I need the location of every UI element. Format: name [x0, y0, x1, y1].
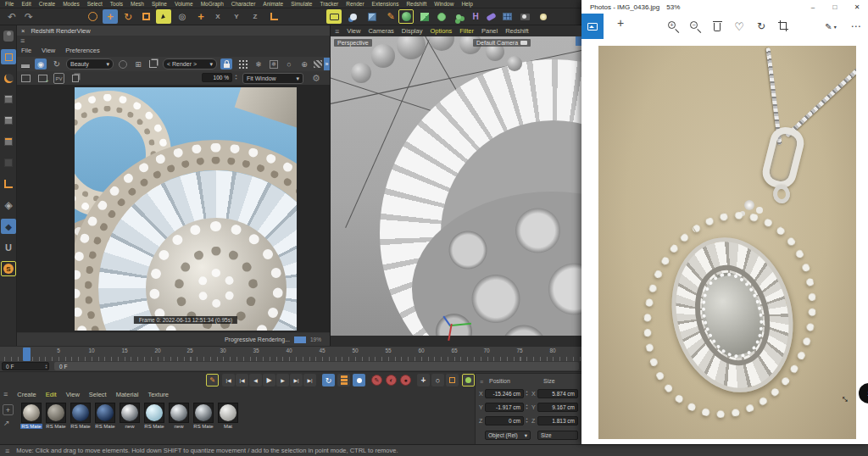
- size-z-field[interactable]: 1.813 cm: [537, 416, 578, 425]
- goto-end-icon[interactable]: ▶|: [303, 374, 316, 386]
- menubar-item[interactable]: Tracker: [320, 1, 338, 7]
- menubar-item[interactable]: Mesh: [131, 1, 144, 7]
- pen-tool-icon[interactable]: [483, 9, 498, 24]
- photos-library-icon[interactable]: [581, 14, 604, 39]
- prev-frame-icon[interactable]: ◀: [249, 374, 262, 386]
- next-key-icon[interactable]: ▶|: [290, 374, 303, 386]
- cloner-icon[interactable]: [451, 9, 466, 24]
- hamburger-icon[interactable]: ≡: [3, 390, 8, 398]
- rotate-tool-icon[interactable]: ↻: [120, 9, 136, 24]
- next-frame-icon[interactable]: ▶: [276, 374, 289, 386]
- texture-mode-icon[interactable]: [1, 70, 16, 86]
- menubar-item[interactable]: Edit: [21, 1, 31, 7]
- viewport-menu-item[interactable]: Cameras: [368, 27, 393, 35]
- material-item[interactable]: new: [168, 403, 190, 429]
- grid-icon[interactable]: ⊞: [132, 58, 144, 70]
- current-frame-field[interactable]: 0 F: [2, 362, 49, 370]
- render-settings-icon[interactable]: [364, 9, 380, 24]
- menubar-item[interactable]: Extensions: [372, 1, 399, 7]
- record-active-icon[interactable]: ●: [400, 375, 411, 386]
- menubar-item[interactable]: Character: [231, 1, 256, 7]
- magnet-icon[interactable]: U: [1, 240, 16, 255]
- lock-z-icon[interactable]: Z: [248, 9, 263, 24]
- material-link-icon[interactable]: ↗: [3, 419, 10, 427]
- hamburger-icon[interactable]: ≡: [20, 36, 25, 45]
- viewport-menu-item[interactable]: Options: [430, 27, 452, 35]
- material-item[interactable]: RS Mate: [20, 403, 42, 429]
- snowflake-icon[interactable]: ❄: [253, 58, 264, 70]
- move-tool-icon[interactable]: +: [103, 9, 118, 24]
- next-image-button[interactable]: ›: [859, 383, 868, 403]
- paint-tool-icon[interactable]: ✎: [383, 9, 398, 24]
- snap-icon[interactable]: ◎: [175, 9, 190, 24]
- record-rotation-icon[interactable]: ○: [431, 374, 444, 386]
- layers-icon[interactable]: ◈: [1, 197, 16, 213]
- cube-object-icon[interactable]: [417, 9, 432, 24]
- size-mode-dropdown[interactable]: Size: [537, 431, 578, 440]
- axis-mode-icon[interactable]: [1, 176, 16, 192]
- lock-x-icon[interactable]: X: [210, 9, 225, 24]
- add-to-album-icon[interactable]: +: [617, 16, 624, 30]
- live-selection-icon[interactable]: [85, 9, 100, 24]
- stepper[interactable]: ▴▾: [525, 417, 529, 423]
- snapshot-icon[interactable]: ◉: [35, 58, 47, 70]
- render-view-icon[interactable]: [326, 9, 342, 24]
- menubar-item[interactable]: Spline: [152, 1, 167, 7]
- compare-icon[interactable]: [312, 58, 324, 70]
- crop-region-icon[interactable]: [147, 58, 159, 70]
- close-button[interactable]: ✕: [846, 0, 868, 14]
- image-icon[interactable]: [19, 73, 31, 84]
- delete-icon[interactable]: [710, 19, 724, 33]
- viewport-menu-item[interactable]: Display: [402, 27, 423, 35]
- record-scale-icon[interactable]: [446, 374, 459, 386]
- lock-y-icon[interactable]: Y: [229, 9, 244, 24]
- renderview-menu-item[interactable]: View: [42, 47, 55, 54]
- material-item[interactable]: RS Mate: [94, 403, 116, 429]
- record-params-icon[interactable]: ◐: [386, 375, 397, 386]
- record-keyframe-icon[interactable]: ✎: [371, 375, 382, 386]
- mesh-select-icon[interactable]: ◆: [1, 219, 16, 234]
- timeline-playhead[interactable]: [23, 348, 31, 361]
- viewport-menu-item[interactable]: Panel: [481, 27, 498, 35]
- lock-icon[interactable]: [220, 58, 232, 70]
- render-region-icon[interactable]: [346, 9, 361, 24]
- axis-tool-icon[interactable]: +: [193, 9, 209, 24]
- material-item[interactable]: new: [119, 403, 141, 429]
- aov-grid-icon[interactable]: [236, 58, 248, 70]
- rotate-icon[interactable]: ↻: [754, 19, 768, 33]
- material-menu-item[interactable]: Create: [17, 391, 36, 398]
- menubar-item[interactable]: Redshift: [406, 1, 426, 7]
- menubar-item[interactable]: Create: [39, 1, 56, 7]
- material-item[interactable]: RS Mate: [70, 403, 92, 429]
- camera-icon[interactable]: [517, 9, 532, 24]
- material-item[interactable]: RS Mate: [45, 403, 67, 429]
- menubar-item[interactable]: Simulate: [291, 1, 312, 7]
- photo-image[interactable]: [598, 46, 856, 439]
- render-camera-dropdown[interactable]: < Render >▾: [163, 58, 217, 70]
- material-menu-item[interactable]: Material: [116, 391, 139, 398]
- material-menu-item[interactable]: Texture: [147, 391, 169, 398]
- favorite-icon[interactable]: ♡: [732, 19, 746, 33]
- hamburger-icon[interactable]: ≡: [335, 27, 339, 36]
- renderview-menu-item[interactable]: Preferences: [65, 47, 99, 54]
- viewport-menu-item[interactable]: Redshift: [505, 27, 529, 35]
- minimize-button[interactable]: –: [802, 0, 824, 14]
- menubar-item[interactable]: Tools: [110, 1, 123, 7]
- material-menu-item[interactable]: Edit: [46, 391, 57, 398]
- selection-cursor-icon[interactable]: [156, 9, 171, 24]
- record-position-icon[interactable]: +: [417, 374, 430, 386]
- add-material-icon[interactable]: +: [3, 404, 14, 415]
- material-menu-item[interactable]: View: [66, 391, 80, 398]
- rendered-image[interactable]: Frame 0: 2022-06-13 12:51:34 (0.95s): [75, 87, 297, 331]
- frame-stepper[interactable]: ▴▾: [44, 364, 48, 370]
- scale-tool-icon[interactable]: [138, 9, 153, 24]
- subdivision-surface-icon[interactable]: [434, 9, 449, 24]
- timeline-ruler[interactable]: 5101520253035404550556065707580: [0, 346, 581, 361]
- material-item[interactable]: RS Mate: [192, 403, 214, 429]
- renderview-titlebar[interactable]: × Redshift RenderView: [17, 25, 330, 36]
- material-item[interactable]: Mat: [217, 403, 239, 429]
- keyframe-stack-icon[interactable]: [337, 374, 350, 386]
- hamburger-icon[interactable]: ≡: [480, 379, 483, 385]
- position-x-field[interactable]: -15.246 cm: [485, 389, 524, 398]
- viewport-panel[interactable]: ≡ ViewCamerasDisplayOptionsFilterPanelRe…: [331, 25, 581, 346]
